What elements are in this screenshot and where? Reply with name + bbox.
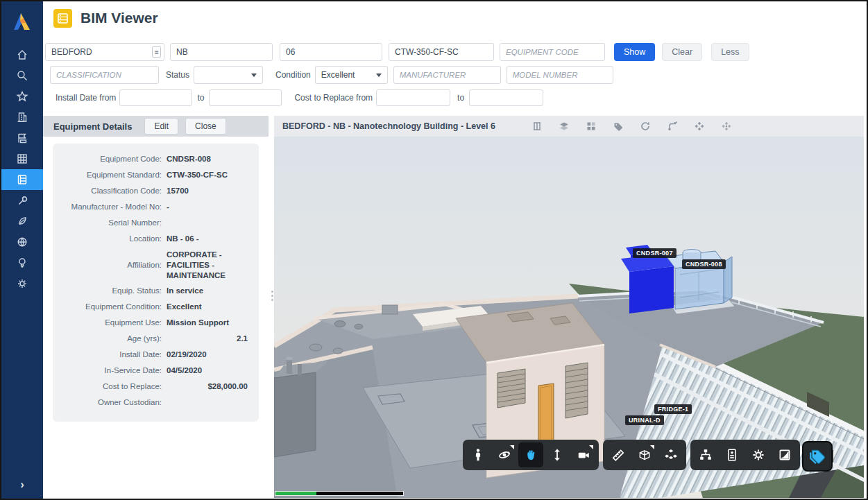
show-button[interactable]: Show — [614, 43, 655, 61]
model-label-cndsr-008[interactable]: CNDSR-008 — [682, 259, 726, 269]
less-button[interactable]: Less — [711, 43, 749, 61]
search-filters: ≣ Show Clear Less Status Condition Ex — [43, 35, 867, 106]
properties-card-icon — [725, 448, 739, 462]
report-flag-icon — [16, 132, 28, 144]
toolbar-navigation-group — [463, 440, 599, 470]
toolbar-tools-group — [603, 440, 686, 470]
sidebar-item-home[interactable] — [1, 44, 43, 65]
classification-input[interactable] — [50, 66, 159, 84]
tags-toggle-button[interactable] — [802, 441, 833, 472]
sidebar-expand-button[interactable]: › — [1, 478, 43, 492]
field-label: Equipment Use: — [62, 318, 167, 328]
hierarchy-tree-icon — [699, 448, 713, 462]
cost-to-label: to — [457, 93, 464, 103]
model-tree-button[interactable] — [693, 442, 718, 467]
detail-row: Location:NB - 06 - — [62, 234, 248, 244]
viewer-settings-button[interactable] — [746, 442, 771, 467]
field-value: CORPORATE - FACILITIES - MAINTENANCE — [167, 250, 248, 281]
app-window: › BIM Viewer ≣ Show Clear Less — [0, 0, 868, 500]
sidebar-item-favorites[interactable] — [1, 86, 43, 107]
field-label: Location: — [62, 234, 167, 244]
sidebar-item-sustainability[interactable] — [1, 211, 43, 232]
field-value: 15700 — [167, 186, 248, 196]
cluster-icon[interactable] — [694, 121, 705, 132]
building-input[interactable] — [170, 43, 273, 61]
equipment-standard-input[interactable] — [389, 43, 494, 61]
layers-icon[interactable] — [559, 121, 570, 132]
orbit-tool-button[interactable] — [492, 442, 517, 467]
field-label: Age (yrs): — [62, 334, 167, 344]
main-area: BIM Viewer ≣ Show Clear Less Status — [43, 1, 867, 499]
sidebar-item-settings[interactable] — [1, 273, 43, 294]
logo-a-icon — [10, 10, 34, 33]
grid-view-icon[interactable] — [586, 121, 597, 132]
walk-person-icon — [471, 448, 485, 462]
detail-row: Equipment Code:CNDSR-008 — [62, 154, 248, 164]
cluster-move-icon[interactable] — [721, 121, 732, 132]
field-value: $28,000.00 — [167, 381, 248, 392]
sidebar-item-ideas[interactable] — [1, 252, 43, 273]
manufacturer-input[interactable] — [393, 66, 501, 84]
explode-tool-button[interactable] — [658, 442, 683, 467]
clear-button[interactable]: Clear — [662, 43, 702, 61]
detail-row: Owner Custodian: — [62, 397, 248, 408]
refresh-icon[interactable] — [640, 121, 651, 132]
detail-row: Cost to Replace:$28,000.00 — [62, 381, 248, 392]
detail-row: Equipment Condition:Excellent — [62, 302, 248, 312]
sidebar-item-schedule[interactable] — [1, 148, 43, 169]
condition-select[interactable]: Excellent — [315, 66, 388, 84]
leaf-icon — [16, 215, 28, 227]
walk-tool-button[interactable] — [466, 442, 491, 467]
measure-tool-button[interactable] — [606, 442, 631, 467]
cost-from-label: Cost to Replace from — [294, 93, 373, 103]
cost-to-input[interactable] — [469, 89, 543, 106]
install-date-to-input[interactable] — [209, 89, 282, 106]
model-label-fridge-1[interactable]: FRIDGE-1 — [654, 404, 692, 414]
page-title: BIM Viewer — [80, 10, 158, 26]
filter-row-1: ≣ Show Clear Less — [45, 43, 867, 61]
explode-model-icon — [664, 448, 678, 462]
close-button[interactable]: Close — [185, 118, 226, 135]
camera-tool-button[interactable] — [571, 442, 596, 467]
condition-label: Condition — [275, 70, 311, 80]
sidebar-item-search[interactable] — [1, 65, 43, 86]
field-value: CNDSR-008 — [167, 154, 248, 164]
properties-panel-button[interactable] — [720, 442, 744, 467]
app-logo — [1, 1, 43, 42]
wrench-icon — [16, 194, 28, 207]
sidebar-item-reports[interactable] — [1, 128, 43, 148]
model-number-input[interactable] — [507, 66, 613, 84]
pan-tool-button[interactable] — [518, 442, 543, 467]
field-value: CTW-350-CF-SC — [167, 170, 248, 180]
sidebar-item-equipment[interactable] — [1, 169, 43, 190]
tag-icon[interactable] — [613, 121, 624, 132]
sidebar-item-buildings[interactable] — [1, 107, 43, 128]
field-label: Equip. Status: — [62, 286, 167, 296]
sidebar-item-explore[interactable] — [1, 232, 43, 252]
floor-input[interactable] — [280, 43, 382, 61]
hand-pan-icon — [524, 448, 538, 462]
edit-button[interactable]: Edit — [144, 118, 178, 135]
status-select[interactable] — [194, 66, 263, 84]
site-input[interactable] — [45, 43, 164, 61]
install-date-from-input[interactable] — [119, 89, 192, 106]
section-tool-button[interactable] — [632, 442, 657, 467]
model-label-cndsr-007[interactable]: CNDSR-007 — [633, 248, 676, 258]
bim-3d-viewer: BEDFORD - NB - Nanotechnology Building -… — [274, 116, 864, 498]
section-box-icon — [638, 448, 652, 462]
pipe-route-icon[interactable] — [667, 121, 678, 132]
model-canvas[interactable]: CNDSR-007 CNDSR-008 FRIDGE-1 URINAL-D — [274, 137, 864, 498]
equipment-code-input[interactable] — [500, 43, 605, 61]
cost-from-input[interactable] — [376, 89, 450, 106]
equipment-details-panel: Equipment Details Edit Close Equipment C… — [43, 116, 269, 498]
details-card: Equipment Code:CNDSR-008 Equipment Stand… — [53, 144, 259, 422]
fullscreen-button[interactable] — [772, 442, 797, 467]
isolate-building-icon[interactable] — [531, 121, 543, 132]
condition-value: Excellent — [321, 70, 355, 80]
field-value: 02/19/2020 — [167, 350, 248, 360]
model-label-urinal-d[interactable]: URINAL-D — [625, 415, 664, 425]
elevation-tool-button[interactable] — [545, 442, 570, 467]
sidebar-item-maintenance[interactable] — [1, 190, 43, 211]
chevron-down-icon — [251, 74, 257, 77]
site-picker-icon[interactable]: ≣ — [152, 46, 161, 58]
